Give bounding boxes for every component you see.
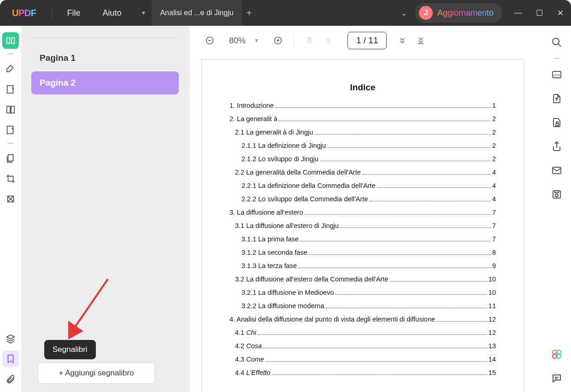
toc-entry: 2.1.1 La definizione di Jingju 2 xyxy=(241,139,496,152)
toc-entry: 2.2.2 Lo sviluppo della Commedia dell'Ar… xyxy=(241,193,496,206)
highlighter-icon xyxy=(6,64,16,74)
chevrons-down-icon xyxy=(398,36,407,45)
toc-entry: 3.1 La diffusione all'estero di Jingju 7 xyxy=(235,219,496,233)
bookmark-item[interactable]: Pagina 1 xyxy=(31,47,179,70)
add-bookmark-button[interactable]: + Aggiungi segnalibro xyxy=(38,363,155,384)
toc-entry: 4. Analisi della diffusione dal punto di… xyxy=(230,313,496,326)
document-viewport[interactable]: Indice 1. Introduzione 12. La generalit … xyxy=(189,55,542,392)
ai-assistant-button[interactable] xyxy=(548,346,565,363)
convert-button[interactable] xyxy=(548,90,565,107)
bookmarks-button[interactable] xyxy=(2,351,19,367)
mail-icon xyxy=(551,165,562,176)
toc-entry: 3. La diffusione all'estero 7 xyxy=(230,206,496,219)
update-label: Aggiornamento xyxy=(437,8,494,18)
toc-entry: 2. La generalit à 2 xyxy=(230,112,496,126)
svg-text:OCR: OCR xyxy=(553,74,560,77)
bookmarks-tooltip: Segnalibri xyxy=(44,340,96,359)
svg-rect-0 xyxy=(7,86,13,94)
ocr-icon: OCR xyxy=(551,69,562,80)
organize-pages-button[interactable] xyxy=(2,101,19,118)
reader-mode-button[interactable] xyxy=(2,32,19,49)
save-icon xyxy=(551,189,562,200)
toc-entry: 3.2.1 La diffusione in Medioevo 10 xyxy=(241,286,496,299)
divider xyxy=(52,8,52,18)
bookmark-item[interactable]: Pagina 2 xyxy=(31,71,179,94)
window-close-icon[interactable]: ✕ xyxy=(550,8,571,18)
book-open-icon xyxy=(6,35,16,46)
edit-tool-button[interactable] xyxy=(2,81,19,98)
divider xyxy=(294,35,294,47)
app-logo: UPDF xyxy=(0,8,48,18)
file-convert-icon xyxy=(551,93,562,104)
toc-entry: 4.3 Come 14 xyxy=(235,353,496,366)
chevrons-down-bar-icon xyxy=(416,36,425,45)
layers-button[interactable] xyxy=(2,330,19,347)
zoom-out-button[interactable] xyxy=(200,31,219,50)
titlebar: UPDF File Aiuto ▼ Analisi ed ...e di Jin… xyxy=(0,0,571,26)
chevrons-up-icon xyxy=(324,36,333,45)
divider xyxy=(553,58,560,59)
window-minimize-icon[interactable]: — xyxy=(507,8,529,18)
toc-entry: 2.1.2 Lo sviluppo di Jingju 2 xyxy=(241,152,496,166)
minus-circle-icon xyxy=(205,36,214,45)
attachments-button[interactable] xyxy=(2,371,19,387)
zoom-in-button[interactable] xyxy=(269,31,287,50)
divider xyxy=(31,38,179,38)
update-button[interactable]: J Aggiornamento xyxy=(415,3,502,23)
toc-entry: 2.1 La generalit à di Jingju 2 xyxy=(235,126,496,139)
search-button[interactable] xyxy=(548,34,565,51)
toc-entry: 3.1.2 La seconda fase 8 xyxy=(241,246,496,259)
zoom-dropdown-caret[interactable]: ▼ xyxy=(254,37,269,44)
toc-entry: 2.2.1 La definizione della Commedia dell… xyxy=(241,179,496,193)
prev-page-button[interactable] xyxy=(319,31,337,50)
svg-rect-1 xyxy=(7,106,10,113)
toc-entry: 3.2.2 La diffusione moderna 11 xyxy=(241,299,496,313)
menu-file[interactable]: File xyxy=(56,8,91,18)
right-tool-rail: OCR xyxy=(542,26,571,392)
toc-entry: 4.4 L'Effetto 15 xyxy=(235,366,496,380)
svg-rect-2 xyxy=(11,106,14,113)
user-avatar: J xyxy=(419,6,433,20)
protect-button[interactable] xyxy=(548,114,565,131)
pages-panel-button[interactable] xyxy=(2,150,19,167)
tabs-dropdown-icon[interactable]: ⌄ xyxy=(393,9,415,18)
ocr-button[interactable]: OCR xyxy=(548,66,565,83)
bookmarks-panel: Pagina 1Pagina 2 + Aggiungi segnalibro xyxy=(21,26,189,392)
crop-icon xyxy=(6,174,16,184)
copy-pages-icon xyxy=(6,153,16,164)
toc-entry: 4.1 Chi 12 xyxy=(235,326,496,339)
sign-icon xyxy=(6,125,16,135)
left-tool-rail xyxy=(0,26,21,392)
svg-rect-4 xyxy=(8,155,13,161)
document-area: 80% ▼ 1 / 11 Indice 1. Int xyxy=(189,26,542,392)
svg-point-14 xyxy=(555,194,558,197)
divider xyxy=(7,53,14,54)
pdf-page: Indice 1. Introduzione 12. La generalit … xyxy=(201,59,524,392)
window-maximize-icon[interactable]: ☐ xyxy=(529,8,550,18)
search-icon xyxy=(551,37,562,48)
layers-icon xyxy=(6,333,16,344)
svg-point-8 xyxy=(553,38,559,45)
zoom-level[interactable]: 80% xyxy=(219,36,254,46)
menu-help[interactable]: Aiuto xyxy=(91,8,132,18)
document-tab[interactable]: Analisi ed ...e di Jingju xyxy=(152,0,241,26)
share-button[interactable] xyxy=(548,138,565,155)
comment-button[interactable] xyxy=(548,370,565,386)
toc-entry: 4.2 Cosa 13 xyxy=(235,339,496,353)
next-page-button[interactable] xyxy=(393,31,412,50)
email-button[interactable] xyxy=(548,162,565,179)
layers-alt-icon xyxy=(6,194,16,204)
first-page-button[interactable] xyxy=(300,31,319,50)
document-toolbar: 80% ▼ 1 / 11 xyxy=(189,26,542,55)
save-button[interactable] xyxy=(548,186,565,203)
page-indicator[interactable]: 1 / 11 xyxy=(347,32,387,49)
highlight-tool-button[interactable] xyxy=(2,61,19,77)
last-page-button[interactable] xyxy=(412,31,430,50)
redact-tool-button[interactable] xyxy=(2,191,19,207)
toc-entry: 1. Introduzione 1 xyxy=(230,99,496,112)
crop-tool-button[interactable] xyxy=(2,170,19,187)
tab-menu-caret[interactable]: ▼ xyxy=(133,10,152,16)
toc-entry: 3.2 La diffusione all'estero della Comme… xyxy=(235,273,496,286)
fill-sign-button[interactable] xyxy=(2,122,19,138)
add-tab-button[interactable]: + xyxy=(242,8,257,18)
